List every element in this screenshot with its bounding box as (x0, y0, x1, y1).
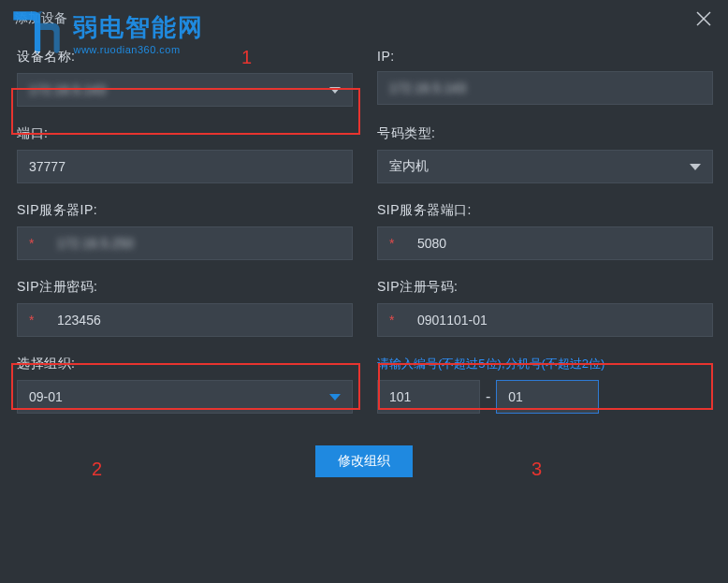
chevron-down-icon (690, 164, 701, 170)
port-label: 端口: (17, 125, 353, 142)
select-org-select[interactable]: 09-01 (17, 380, 353, 414)
number-type-label: 号码类型: (377, 125, 713, 142)
device-name-select[interactable]: 172.16.5.143 (17, 73, 353, 107)
dash-separator: - (486, 388, 490, 405)
annotation-label-2: 2 (92, 459, 102, 480)
annotation-label-1: 1 (241, 47, 252, 68)
sip-server-port-label: SIP服务器端口: (377, 202, 713, 219)
port-input[interactable] (17, 150, 353, 183)
device-name-label: 设备名称: (17, 49, 353, 66)
sip-server-ip-input[interactable]: 172.16.5.250 (17, 226, 353, 260)
extension-main-input[interactable] (377, 380, 480, 414)
extension-hint: 请输入编号(不超过5位),分机号(不超过2位) (377, 356, 713, 372)
select-org-label: 选择组织: (17, 356, 353, 372)
chevron-down-icon (329, 394, 341, 401)
sip-server-ip-label: SIP服务器IP: (17, 202, 353, 219)
ip-input[interactable]: 172.16.5.143 (377, 71, 713, 105)
extension-pair: - (377, 380, 713, 414)
sip-reg-pwd-label: SIP注册密码: (17, 279, 353, 296)
annotation-label-3: 3 (531, 459, 542, 480)
sip-reg-no-label: SIP注册号码: (377, 279, 713, 296)
number-type-select[interactable]: 室内机 (377, 150, 713, 183)
dialog-title: 添加设备 (15, 10, 67, 27)
ip-label: IP: (377, 49, 713, 64)
modify-org-button[interactable]: 修改组织 (315, 445, 413, 477)
sip-reg-no-input[interactable]: 0901101-01 (377, 303, 713, 337)
chevron-down-icon (329, 87, 341, 94)
close-icon[interactable] (691, 6, 717, 32)
extension-sub-input[interactable] (496, 380, 599, 414)
sip-server-port-input[interactable]: 5080 (377, 226, 713, 260)
sip-reg-pwd-input[interactable]: 123456 (17, 303, 353, 337)
